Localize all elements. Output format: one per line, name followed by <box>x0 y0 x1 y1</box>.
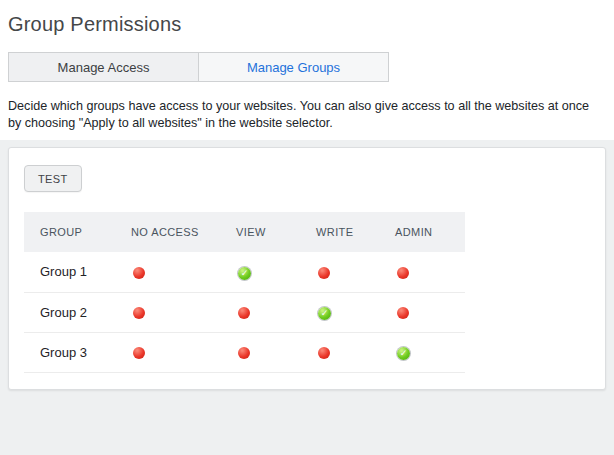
green-check-icon[interactable] <box>318 307 331 320</box>
permission-toggle-no-access[interactable] <box>115 332 220 372</box>
permission-toggle-view[interactable] <box>220 292 300 332</box>
tab-bar: Manage Access Manage Groups <box>8 52 389 82</box>
page-title: Group Permissions <box>8 13 606 36</box>
column-header-admin: ADMIN <box>379 212 465 252</box>
green-check-icon[interactable] <box>397 347 410 360</box>
red-dot-icon[interactable] <box>318 267 330 279</box>
table-row-group-3: Group 3 <box>24 332 465 372</box>
column-header-view: VIEW <box>220 212 300 252</box>
test-group-button[interactable]: TEST <box>24 165 82 192</box>
permission-toggle-write[interactable] <box>300 292 379 332</box>
tab-manage-groups[interactable]: Manage Groups <box>198 53 388 81</box>
red-dot-icon[interactable] <box>238 307 250 319</box>
group-name-label: Group 2 <box>24 292 115 332</box>
page-description: Decide which groups have access to your … <box>8 98 596 131</box>
permission-toggle-write[interactable] <box>300 252 379 292</box>
table-row-group-1: Group 1 <box>24 252 465 292</box>
red-dot-icon[interactable] <box>397 267 409 279</box>
red-dot-icon[interactable] <box>238 347 250 359</box>
column-header-no-access: NO ACCESS <box>115 212 220 252</box>
group-permissions-page: Group Permissions Manage Access Manage G… <box>0 0 614 455</box>
table-row-group-2: Group 2 <box>24 292 465 332</box>
permissions-card: TEST GROUP NO ACCESS VIEW WRITE ADMIN <box>8 147 606 390</box>
permission-toggle-write[interactable] <box>300 332 379 372</box>
table-header-row: GROUP NO ACCESS VIEW WRITE ADMIN <box>24 212 465 252</box>
permission-toggle-no-access[interactable] <box>115 252 220 292</box>
permission-toggle-admin[interactable] <box>379 332 465 372</box>
red-dot-icon[interactable] <box>133 307 145 319</box>
content-section: TEST GROUP NO ACCESS VIEW WRITE ADMIN <box>0 140 614 455</box>
page-header: Group Permissions Manage Access Manage G… <box>0 0 614 131</box>
column-header-group: GROUP <box>24 212 115 252</box>
column-header-write: WRITE <box>300 212 379 252</box>
tab-manage-access[interactable]: Manage Access <box>9 53 198 81</box>
group-permissions-table: GROUP NO ACCESS VIEW WRITE ADMIN Group 1 <box>24 212 465 373</box>
red-dot-icon[interactable] <box>397 307 409 319</box>
green-check-icon[interactable] <box>238 267 251 280</box>
permission-toggle-view[interactable] <box>220 252 300 292</box>
permission-toggle-view[interactable] <box>220 332 300 372</box>
permission-toggle-admin[interactable] <box>379 292 465 332</box>
red-dot-icon[interactable] <box>133 347 145 359</box>
red-dot-icon[interactable] <box>133 267 145 279</box>
group-name-label: Group 1 <box>24 252 115 292</box>
red-dot-icon[interactable] <box>318 347 330 359</box>
permission-toggle-admin[interactable] <box>379 252 465 292</box>
permission-toggle-no-access[interactable] <box>115 292 220 332</box>
group-name-label: Group 3 <box>24 332 115 372</box>
